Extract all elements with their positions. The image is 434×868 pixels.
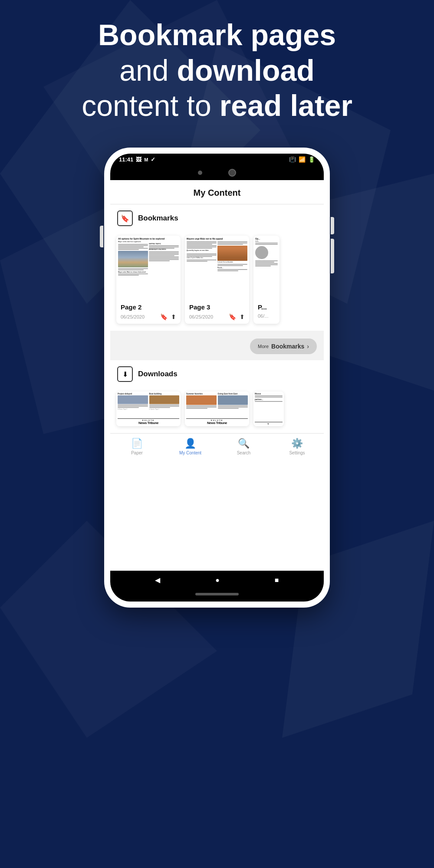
duluth-paper-1: Project delayed In News, Page 2 bbox=[116, 391, 181, 426]
nav-settings[interactable]: ⚙️ Settings bbox=[270, 438, 324, 455]
camera-bar bbox=[110, 165, 324, 180]
phone-outer: 11:41 🖼 M ✓ 📳 📶 🔋 bbox=[104, 148, 330, 608]
hero-line2-bold: download bbox=[177, 54, 315, 87]
nav-settings-label: Settings bbox=[289, 450, 305, 455]
bookmark-card-3[interactable]: Op... Let's... bbox=[253, 236, 279, 324]
check-icon: ✓ bbox=[151, 156, 155, 163]
download-image-2: Summer favorites Going East fr bbox=[185, 391, 249, 426]
search-nav-icon: 🔍 bbox=[238, 438, 250, 449]
wifi-icon: 📶 bbox=[299, 156, 306, 163]
more-bookmarks-container: More Bookmarks › bbox=[110, 334, 324, 360]
card-footer-3: P... 06/... bbox=[253, 301, 279, 322]
card-footer-1: Page 2 06/25/2020 🔖 ⬆ bbox=[116, 301, 181, 324]
app-header: My Content bbox=[110, 180, 324, 204]
downloads-section: ⬇ Downloads Project dela bbox=[110, 360, 324, 433]
more-bookmarks-button[interactable]: More Bookmarks › bbox=[250, 339, 317, 354]
more-label-bold: Bookmarks bbox=[271, 343, 304, 350]
bookmark-action-2[interactable]: 🔖 bbox=[229, 313, 236, 320]
content-area: 🔖 Bookmarks All options for Spirit Mount… bbox=[110, 204, 324, 433]
download-card-2[interactable]: Summer favorites Going East fr bbox=[185, 391, 249, 426]
card-meta-1: 06/25/2020 🔖 ⬆ bbox=[121, 313, 176, 320]
bottom-nav: 📄 Paper 👤 My Content 🔍 Search ⚙️ Setting… bbox=[110, 433, 324, 459]
phone-inner: 11:41 🖼 M ✓ 📳 📶 🔋 bbox=[110, 154, 324, 602]
download-card-1[interactable]: Project delayed In News, Page 2 bbox=[116, 391, 181, 426]
card-label-2: Page 3 bbox=[189, 303, 245, 311]
duluth-paper-3: Moose partner... bbox=[253, 391, 284, 426]
camera-lens bbox=[228, 169, 236, 177]
card-actions-1[interactable]: 🔖 ⬆ bbox=[160, 313, 176, 320]
camera-dot bbox=[198, 171, 202, 175]
volume-button bbox=[100, 226, 103, 247]
card-date-2: 06/25/2020 bbox=[189, 314, 213, 319]
hero-line3-normal: content bbox=[82, 89, 178, 122]
newspaper-page-partial: Op... Let's... bbox=[253, 236, 279, 301]
card-actions-2[interactable]: 🔖 ⬆ bbox=[229, 313, 245, 320]
hero-line2-normal: and bbox=[119, 54, 177, 87]
more-label-normal: More bbox=[258, 344, 269, 349]
newspaper-page-3: Mayors urge Walz not to file appeal bbox=[185, 236, 249, 301]
home-indicator bbox=[110, 589, 324, 602]
share-action-2[interactable]: ⬆ bbox=[240, 313, 245, 320]
card-meta-2: 06/25/2020 🔖 ⬆ bbox=[189, 313, 245, 320]
home-pill bbox=[195, 593, 239, 595]
hero-section: Bookmark pages and download content to r… bbox=[0, 17, 434, 124]
hero-line3-bold: read later bbox=[220, 89, 352, 122]
status-right: 📳 📶 🔋 bbox=[289, 156, 315, 163]
chevron-right-icon: › bbox=[307, 343, 309, 350]
downloads-cards[interactable]: Project delayed In News, Page 2 bbox=[110, 388, 324, 433]
newspaper-page-2: All options for Spirit Mountain to be ex… bbox=[116, 236, 181, 301]
bookmark-card-2[interactable]: Mayors urge Walz not to file appeal bbox=[185, 236, 249, 324]
home-button[interactable]: ● bbox=[215, 576, 220, 584]
app-content: My Content 🔖 Bookmarks bbox=[110, 180, 324, 571]
settings-nav-icon: ⚙️ bbox=[291, 438, 303, 449]
card-image-2: Mayors urge Walz not to file appeal bbox=[185, 236, 249, 301]
nav-paper-label: Paper bbox=[131, 450, 143, 455]
downloads-header: ⬇ Downloads bbox=[110, 360, 324, 388]
card-label-1: Page 2 bbox=[121, 303, 176, 311]
recent-button[interactable]: ■ bbox=[275, 576, 279, 584]
nav-paper[interactable]: 📄 Paper bbox=[110, 438, 164, 455]
bookmarks-cards[interactable]: All options for Spirit Mountain to be ex… bbox=[110, 232, 324, 331]
my-content-nav-icon: 👤 bbox=[184, 438, 196, 449]
share-action-1[interactable]: ⬆ bbox=[171, 313, 176, 320]
card-image-3: Op... Let's... bbox=[253, 236, 279, 301]
paper-nav-icon: 📄 bbox=[131, 438, 143, 449]
nav-my-content[interactable]: 👤 My Content bbox=[164, 438, 217, 455]
vibrate-icon: 📳 bbox=[289, 156, 296, 163]
nav-search[interactable]: 🔍 Search bbox=[217, 438, 270, 455]
bookmarks-title: Bookmarks bbox=[138, 214, 178, 223]
android-nav: ◀ ● ■ bbox=[110, 571, 324, 589]
nav-search-label: Search bbox=[237, 450, 251, 455]
app-title: My Content bbox=[119, 188, 315, 198]
battery-icon: 🔋 bbox=[308, 156, 315, 163]
status-left: 11:41 🖼 M ✓ bbox=[119, 156, 155, 163]
hero-line3-mid: to bbox=[178, 89, 220, 122]
card-label-3: P... bbox=[258, 303, 275, 311]
downloads-title: Downloads bbox=[138, 370, 178, 378]
hero-line1: Bookmark pages bbox=[98, 18, 336, 51]
bookmark-card-1[interactable]: All options for Spirit Mountain to be ex… bbox=[116, 236, 181, 324]
download-image-1: Project delayed In News, Page 2 bbox=[116, 391, 181, 426]
card-date-3: 06/... bbox=[258, 313, 268, 319]
card-image-1: All options for Spirit Mountain to be ex… bbox=[116, 236, 181, 301]
download-image-3: Moose partner... bbox=[253, 391, 284, 426]
card-date-1: 06/25/2020 bbox=[121, 314, 145, 319]
back-button[interactable]: ◀ bbox=[155, 576, 160, 584]
duluth-paper-2: Summer favorites Going East fr bbox=[185, 391, 249, 426]
email-icon: M bbox=[144, 157, 148, 162]
bookmarks-header: 🔖 Bookmarks bbox=[110, 204, 324, 232]
status-time: 11:41 bbox=[119, 156, 133, 163]
bookmarks-section: 🔖 Bookmarks All options for Spirit Mount… bbox=[110, 204, 324, 331]
bookmark-icon: 🔖 bbox=[117, 210, 133, 226]
phone-mockup: 11:41 🖼 M ✓ 📳 📶 🔋 bbox=[104, 148, 330, 608]
power-button-bottom bbox=[331, 239, 334, 273]
photo-icon: 🖼 bbox=[136, 156, 141, 163]
power-button-top bbox=[331, 217, 334, 234]
download-card-3[interactable]: Moose partner... bbox=[253, 391, 284, 426]
bookmark-action-1[interactable]: 🔖 bbox=[160, 313, 168, 320]
nav-my-content-label: My Content bbox=[179, 450, 201, 455]
status-bar: 11:41 🖼 M ✓ 📳 📶 🔋 bbox=[110, 154, 324, 165]
card-meta-3: 06/... bbox=[258, 313, 275, 319]
card-footer-2: Page 3 06/25/2020 🔖 ⬆ bbox=[185, 301, 249, 324]
download-icon: ⬇ bbox=[117, 366, 133, 382]
